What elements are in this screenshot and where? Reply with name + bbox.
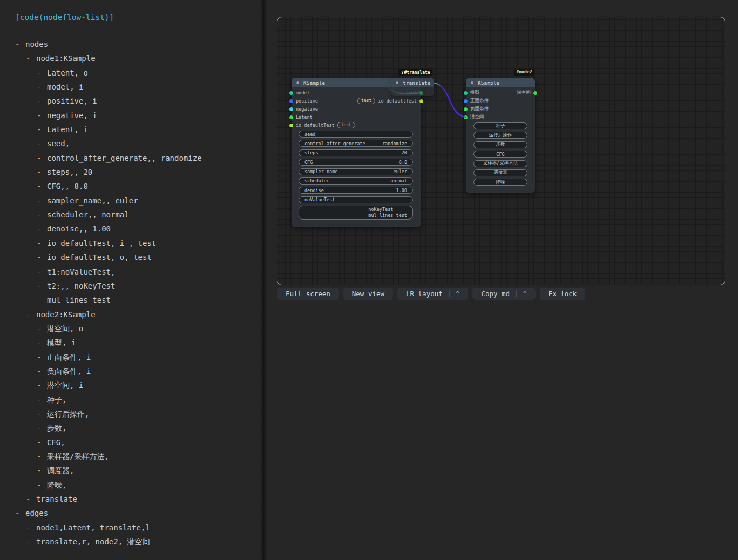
tree-item-text: mul lines test [47, 296, 111, 304]
tree-item: -降噪, [0, 478, 262, 492]
tree-item: -nodes [0, 37, 262, 51]
flow-canvas[interactable]: KSamplemodelpositivenegativeLatentio def… [277, 17, 725, 285]
flow-node-node1[interactable]: KSamplemodelpositivenegativeLatentio def… [292, 78, 421, 227]
port-dot-icon[interactable] [289, 124, 293, 127]
tree-item: -node1,Latent, translate,l [0, 521, 262, 535]
tree-item-dash: - [37, 364, 47, 378]
node-tag-node2: #node2 [514, 69, 535, 76]
node-widget[interactable]: noValueTest [299, 196, 413, 203]
tree-item-dash: - [37, 435, 47, 449]
tree-item-text: 模型, i [47, 338, 76, 347]
port-left-node2[interactable]: 正面条件 [464, 98, 489, 104]
port-left-node1[interactable]: model [289, 90, 310, 96]
tree-item-text: scheduler,, normal [47, 210, 129, 219]
tree-item-dash: - [37, 222, 47, 236]
flow-node-node2[interactable]: KSample模型正面条件负面条件潜空间潜空间种子运行后操作步数CFG采样器/采… [466, 78, 535, 193]
node-widget[interactable]: noKeyTestmul lines test [299, 206, 413, 220]
port-label: 潜空间 [517, 90, 531, 96]
port-dot-icon[interactable] [289, 99, 293, 103]
ex-lock-button[interactable]: Ex lock [540, 288, 586, 300]
node-widget[interactable]: 运行后操作 [473, 132, 527, 139]
tree-item-dash: - [37, 108, 47, 122]
tree-item: -正面条件, i [0, 350, 262, 364]
node-widget[interactable]: 步数 [473, 141, 527, 148]
port-dot-icon[interactable] [419, 99, 423, 103]
port-dot-icon[interactable] [289, 107, 293, 111]
node-widget[interactable]: sampler_nameeuler [299, 168, 413, 175]
node-header-node2[interactable]: KSample [466, 78, 535, 87]
port-left-node1[interactable]: Latent [289, 114, 313, 120]
port-left-node2[interactable]: 负面条件 [464, 106, 489, 112]
port-left-node2[interactable]: 潜空间 [464, 114, 484, 120]
port-right-node1[interactable]: io defaultTesttest [357, 98, 423, 104]
tree-item-text: t2:,, noKeyTest [47, 282, 115, 290]
node-widget[interactable]: 种子 [473, 122, 527, 129]
node-widget[interactable]: CFG [473, 151, 527, 158]
node-widget[interactable]: schedulernormal [299, 177, 413, 185]
tree-item: -mul lines test [0, 293, 262, 307]
node-widget[interactable]: 调度器 [473, 169, 527, 176]
tree-item-text: model, i [47, 83, 83, 91]
node-widget[interactable]: CFG8.0 [299, 159, 413, 166]
port-dot-icon[interactable] [289, 91, 293, 95]
tree-item-text: CFG,, 8.0 [47, 182, 88, 190]
tree-item-dash: - [37, 122, 47, 136]
tree-item: -denoise,, 1.00 [0, 222, 262, 236]
page-title: [code(nodeflow-list)] [15, 13, 114, 22]
port-dot-icon[interactable] [464, 91, 468, 95]
tree-item-dash: - [37, 265, 47, 279]
tree-item-dash: - [37, 393, 47, 407]
tree-item-dash: - [37, 165, 47, 179]
node-widget[interactable]: 降噪 [473, 179, 527, 186]
tree-item-dash: - [37, 250, 47, 264]
port-dot-icon[interactable] [464, 99, 468, 103]
panel-divider [260, 0, 267, 560]
tree-item-dash: - [37, 350, 47, 364]
node-widget[interactable]: denoise1.00 [299, 187, 413, 194]
tree-item-text: 运行后操作, [47, 409, 89, 418]
port-dot-icon[interactable] [464, 115, 468, 119]
tree-item-dash: - [37, 449, 47, 463]
port-badge: test [337, 122, 355, 128]
chevron-up-icon[interactable]: ^ [449, 290, 460, 297]
tree-item-text: 种子, [47, 395, 66, 404]
node-widget[interactable]: 采样器/采样方法 [473, 160, 527, 167]
node-widget[interactable]: control_after_generaterandomize [299, 140, 413, 147]
tree-item-dash: - [37, 66, 47, 80]
full-screen-button[interactable]: Full screen [277, 288, 339, 300]
widget-label: 步数 [496, 141, 505, 148]
node-title: KSample [478, 80, 499, 86]
nodeflow-tree: -nodes-node1:KSample-Latent, o-model, i-… [0, 37, 262, 549]
node-title: KSample [303, 80, 325, 86]
tree-item-text: CFG, [47, 438, 65, 447]
port-right-node2[interactable]: 潜空间 [517, 90, 538, 96]
port-left-node1[interactable]: io defaultTesttest [289, 122, 355, 128]
node-header-translate[interactable]: translate [391, 78, 434, 87]
node-widget[interactable]: seed [299, 131, 413, 138]
node-widget[interactable]: steps20 [299, 149, 413, 156]
tree-item-text: node1:KSample [36, 54, 96, 63]
port-dot-icon[interactable] [289, 115, 293, 119]
port-dot-icon[interactable] [533, 91, 537, 95]
flow-node-translate[interactable]: translate [391, 78, 434, 96]
widget-label: noValueTest [304, 197, 335, 202]
widget-value: randomize [382, 141, 407, 146]
port-label: io defaultTest [296, 122, 335, 128]
port-left-node1[interactable]: positive [289, 98, 318, 104]
tree-item-text: positive, i [47, 97, 97, 105]
copy-md-button[interactable]: Copy md^ [472, 288, 535, 300]
port-left-node2[interactable]: 模型 [464, 90, 479, 96]
lr-layout-button[interactable]: LR layout^ [397, 288, 468, 300]
port-label: 潜空间 [470, 114, 484, 120]
new-view-button[interactable]: New view [343, 288, 393, 300]
tree-item-dash: - [26, 51, 36, 65]
tree-item: -seed, [0, 136, 262, 151]
tree-item-dash: - [37, 151, 47, 165]
tree-item: -t1:noValueTest, [0, 265, 262, 279]
widget-label: CFG [304, 160, 313, 165]
tag-label: #node2 [517, 70, 532, 74]
port-dot-icon[interactable] [464, 107, 468, 111]
tree-item-text: 采样器/采样方法, [47, 452, 109, 461]
port-left-node1[interactable]: negative [289, 106, 318, 112]
chevron-up-icon[interactable]: ^ [516, 290, 527, 297]
